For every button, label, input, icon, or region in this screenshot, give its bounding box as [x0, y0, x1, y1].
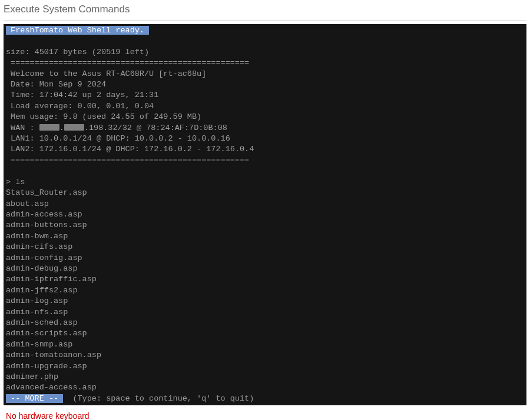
file-entry: adminer.php — [5, 372, 525, 382]
terminal-output[interactable]: FreshTomato Web Shell ready. size: 45017… — [4, 24, 526, 405]
file-entry: admin-iptraffic.asp — [5, 274, 525, 285]
file-entry: admin-scripts.asp — [5, 328, 525, 339]
file-entry: admin-tomatoanon.asp — [5, 350, 525, 361]
more-hint: (Type: space to continue, 'q' to quit) — [63, 394, 254, 403]
wan-line: WAN : ..198.32/32 @ 78:24:AF:7D:0B:08 — [5, 123, 525, 134]
file-entry: admin-sched.asp — [5, 318, 525, 328]
file-entry: Status_Router.asp — [5, 188, 525, 198]
file-entry: admin-nfs.asp — [5, 307, 525, 318]
file-list: Status_Router.aspabout.aspadmin-access.a… — [5, 188, 525, 394]
file-entry: admin-jffs2.asp — [5, 285, 525, 296]
more-pager[interactable]: -- MORE -- — [6, 394, 63, 403]
welcome-line: Welcome to the Asus RT-AC68R/U [rt-ac68u… — [5, 69, 525, 79]
file-entry: admin-buttons.asp — [5, 220, 525, 231]
lan1-line: LAN1: 10.0.0.1/24 @ DHCP: 10.0.0.2 - 10.… — [5, 134, 525, 144]
date-line: Date: Mon Sep 9 2024 — [5, 79, 525, 90]
redacted-ip — [64, 124, 84, 131]
no-keyboard-message: No hardware keyboard — [4, 405, 526, 420]
time-line: Time: 17:04:42 up 2 days, 21:31 — [5, 90, 525, 101]
mem-line: Mem usage: 9.8 (used 24.55 of 249.59 MB) — [5, 112, 525, 122]
file-entry: admin-log.asp — [5, 296, 525, 306]
command-prompt: > ls — [5, 177, 525, 188]
file-entry: about.asp — [5, 199, 525, 209]
lan2-line: LAN2: 172.16.0.1/24 @ DHCP: 172.16.0.2 -… — [5, 144, 525, 155]
size-line: size: 45017 bytes (20519 left) — [5, 47, 525, 58]
redacted-ip — [39, 124, 59, 131]
file-entry: admin-config.asp — [5, 253, 525, 264]
shell-ready-banner: FreshTomato Web Shell ready. — [6, 26, 149, 35]
banner-divider: ========================================… — [5, 58, 525, 68]
file-entry: admin-access.asp — [5, 209, 525, 220]
load-line: Load average: 0.00, 0.01, 0.04 — [5, 101, 525, 112]
file-entry: admin-snmp.asp — [5, 339, 525, 350]
divider — [4, 20, 526, 21]
file-entry: admin-debug.asp — [5, 264, 525, 274]
page-title: Execute System Commands — [4, 1, 526, 18]
file-entry: admin-bwm.asp — [5, 231, 525, 242]
file-entry: admin-upgrade.asp — [5, 361, 525, 372]
file-entry: advanced-access.asp — [5, 382, 525, 393]
banner-divider: ========================================… — [5, 155, 525, 166]
file-entry: admin-cifs.asp — [5, 242, 525, 252]
